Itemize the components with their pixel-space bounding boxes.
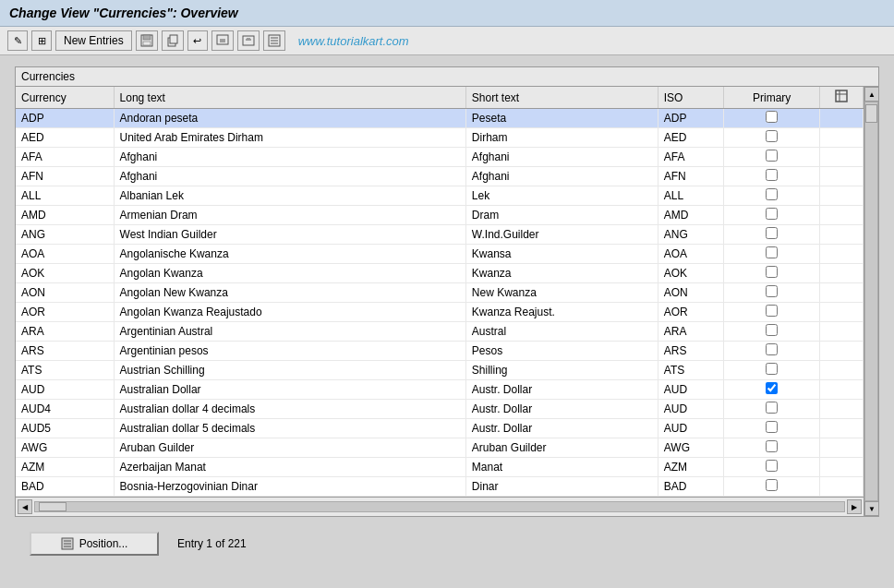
cell-primary[interactable] [724, 438, 820, 458]
cell-primary[interactable] [724, 419, 820, 438]
scroll-down-btn[interactable]: ▼ [864, 501, 879, 516]
cell-icon [820, 128, 864, 148]
position-button[interactable]: Position... [30, 532, 159, 556]
table-container: Currencies Currency Long text Short text… [15, 66, 879, 517]
cell-primary[interactable] [724, 400, 820, 419]
primary-checkbox[interactable] [766, 305, 778, 317]
table-row[interactable]: AZMAzerbaijan ManatManatAZM [16, 458, 864, 477]
toolbar-save-btn[interactable] [136, 30, 158, 51]
col-header-longtext: Long text [114, 87, 465, 109]
col-header-icon [820, 87, 864, 109]
primary-checkbox[interactable] [766, 285, 778, 297]
scroll-right-btn[interactable]: ▶ [847, 499, 862, 514]
horizontal-scrollbar[interactable]: ◀ ▶ [16, 497, 864, 516]
scroll-track-h[interactable] [34, 501, 845, 512]
cell-primary[interactable] [724, 283, 820, 303]
cell-shorttext: Peseta [465, 109, 658, 128]
cell-primary[interactable] [724, 186, 820, 206]
scroll-left-btn[interactable]: ◀ [18, 499, 32, 514]
toolbar-find-btn[interactable]: ⊞ [31, 30, 52, 51]
cell-primary[interactable] [724, 167, 820, 186]
toolbar-import-btn[interactable] [237, 30, 260, 51]
table-row[interactable]: ANGWest Indian GuilderW.Ind.GuilderANG [16, 225, 864, 245]
table-row[interactable]: AOAAngolanische KwanzaKwansaAOA [16, 245, 864, 264]
cell-currency: AOA [16, 245, 114, 264]
primary-checkbox[interactable] [766, 208, 778, 220]
toolbar-edit-btn[interactable]: ✎ [7, 30, 28, 51]
cell-longtext: Austrian Schilling [114, 361, 465, 380]
table-row[interactable]: AUD5Australian dollar 5 decimalsAustr. D… [16, 419, 864, 438]
table-header: Currency Long text Short text ISO Primar… [16, 87, 864, 109]
toolbar-export-btn[interactable] [211, 30, 234, 51]
primary-checkbox[interactable] [766, 402, 778, 414]
primary-checkbox[interactable] [766, 266, 778, 278]
table-row[interactable]: AONAngolan New KwanzaNew KwanzaAON [16, 283, 864, 303]
cell-iso: AMD [658, 206, 723, 225]
cell-primary[interactable] [724, 109, 820, 128]
toolbar-settings-btn[interactable] [263, 30, 285, 51]
table-row[interactable]: ARSArgentinian pesosPesosARS [16, 342, 864, 361]
primary-checkbox[interactable] [766, 382, 778, 394]
primary-checkbox[interactable] [766, 130, 778, 142]
cell-primary[interactable] [724, 342, 820, 361]
cell-iso: BAD [658, 477, 723, 497]
cell-currency: ARA [16, 322, 114, 342]
table-row[interactable]: AMDArmenian DramDramAMD [16, 206, 864, 225]
table-row[interactable]: AUD4Australian dollar 4 decimalsAustr. D… [16, 400, 864, 419]
toolbar-copy-btn[interactable] [162, 30, 184, 51]
cell-longtext: Angolan Kwanza [114, 264, 465, 283]
table-row[interactable]: AEDUnited Arab Emirates DirhamDirhamAED [16, 128, 864, 148]
primary-checkbox[interactable] [766, 363, 778, 375]
bottom-area: Position... Entry 1 of 221 [15, 517, 879, 570]
table-row[interactable]: ATSAustrian SchillingShillingATS [16, 361, 864, 380]
cell-iso: ATS [658, 361, 723, 380]
primary-checkbox[interactable] [766, 479, 778, 491]
vertical-scrollbar[interactable]: ▲ ▼ [864, 87, 878, 516]
cell-iso: AUD [658, 419, 723, 438]
primary-checkbox[interactable] [766, 440, 778, 452]
primary-checkbox[interactable] [766, 111, 778, 123]
cell-primary[interactable] [724, 225, 820, 245]
cell-icon [820, 361, 864, 380]
cell-primary[interactable] [724, 322, 820, 342]
table-row[interactable]: AWGAruban GuilderAruban GuilderAWG [16, 438, 864, 458]
primary-checkbox[interactable] [766, 460, 778, 472]
primary-checkbox[interactable] [766, 227, 778, 239]
toolbar-back-btn[interactable]: ↩ [187, 30, 208, 51]
table-row[interactable]: BADBosnia-Herzogovinian DinarDinarBAD [16, 477, 864, 497]
cell-primary[interactable] [724, 206, 820, 225]
cell-primary[interactable] [724, 361, 820, 380]
table-row[interactable]: AORAngolan Kwanza ReajustadoKwanza Reaju… [16, 303, 864, 322]
cell-primary[interactable] [724, 264, 820, 283]
cell-longtext: Afghani [114, 167, 465, 186]
table-row[interactable]: AFNAfghaniAfghaniAFN [16, 167, 864, 186]
cell-iso: AOA [658, 245, 723, 264]
primary-checkbox[interactable] [766, 343, 778, 355]
new-entries-button[interactable]: New Entries [55, 30, 132, 51]
table-row[interactable]: AOKAngolan KwanzaKwanzaAOK [16, 264, 864, 283]
table-row[interactable]: ARAArgentinian AustralAustralARA [16, 322, 864, 342]
cell-primary[interactable] [724, 477, 820, 497]
table-row[interactable]: AUDAustralian DollarAustr. DollarAUD [16, 380, 864, 400]
table-row[interactable]: AFAAfghaniAfghaniAFA [16, 148, 864, 167]
cell-primary[interactable] [724, 458, 820, 477]
primary-checkbox[interactable] [766, 421, 778, 433]
cell-primary[interactable] [724, 303, 820, 322]
primary-checkbox[interactable] [766, 188, 778, 200]
cell-primary[interactable] [724, 128, 820, 148]
cell-shorttext: Kwanza Reajust. [465, 303, 658, 322]
primary-checkbox[interactable] [766, 246, 778, 258]
cell-primary[interactable] [724, 148, 820, 167]
primary-checkbox[interactable] [766, 324, 778, 336]
cell-shorttext: Austr. Dollar [465, 380, 658, 400]
cell-primary[interactable] [724, 380, 820, 400]
cell-longtext: Australian dollar 4 decimals [114, 400, 465, 419]
cell-icon [820, 303, 864, 322]
table-row[interactable]: ADPAndoran pesetaPesetaADP [16, 109, 864, 128]
scroll-up-btn[interactable]: ▲ [864, 87, 879, 102]
cell-currency: AUD [16, 380, 114, 400]
primary-checkbox[interactable] [766, 169, 778, 181]
cell-primary[interactable] [724, 245, 820, 264]
table-row[interactable]: ALLAlbanian LekLekALL [16, 186, 864, 206]
primary-checkbox[interactable] [766, 150, 778, 162]
